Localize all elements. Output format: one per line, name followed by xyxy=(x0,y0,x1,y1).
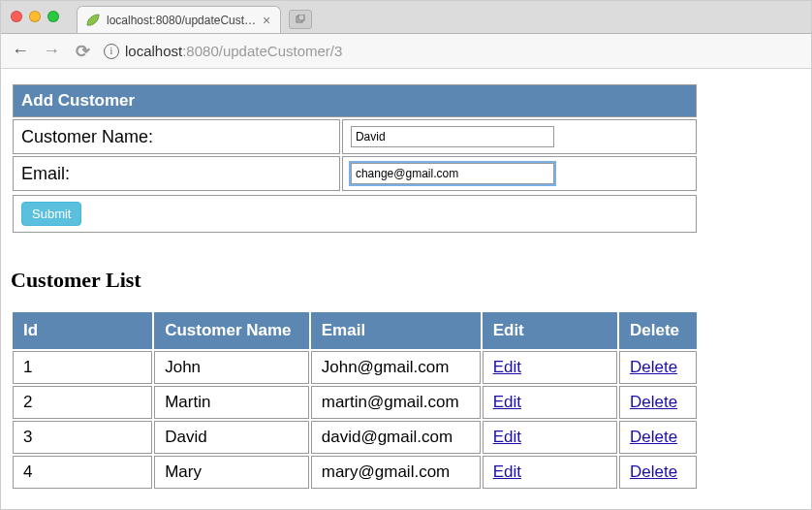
cell-edit: Edit xyxy=(483,456,617,489)
tab-strip: localhost:8080/updateCustom × xyxy=(1,1,811,34)
url-path: /updateCustomer/3 xyxy=(219,43,343,59)
form-header: Add Customer xyxy=(13,84,697,117)
name-label: Customer Name: xyxy=(13,119,340,154)
minimize-window-icon[interactable] xyxy=(29,11,41,22)
col-header-email: Email xyxy=(311,312,481,349)
delete-link[interactable]: Delete xyxy=(630,358,677,376)
browser-tab[interactable]: localhost:8080/updateCustom × xyxy=(77,6,281,33)
delete-link[interactable]: Delete xyxy=(630,393,677,411)
maximize-window-icon[interactable] xyxy=(47,11,59,22)
cell-id: 4 xyxy=(13,456,152,489)
browser-window: localhost:8080/updateCustom × ← → ⟳ i lo… xyxy=(0,0,812,510)
col-header-name: Customer Name xyxy=(154,312,309,349)
tab-close-icon[interactable]: × xyxy=(263,13,270,28)
delete-link[interactable]: Delete xyxy=(630,462,677,481)
toolbar: ← → ⟳ i localhost:8080/updateCustomer/3 xyxy=(1,34,811,69)
cell-name: Mary xyxy=(154,456,309,489)
delete-link[interactable]: Delete xyxy=(630,428,677,446)
email-label: Email: xyxy=(13,156,340,191)
add-customer-form: Add Customer Customer Name: Email: xyxy=(11,82,699,193)
url-text: localhost:8080/updateCustomer/3 xyxy=(125,43,342,59)
edit-link[interactable]: Edit xyxy=(493,428,521,446)
page-content: Add Customer Customer Name: Email: Submi… xyxy=(1,69,811,509)
cell-edit: Edit xyxy=(483,351,617,384)
cell-email: martin@gmail.com xyxy=(311,386,481,419)
table-row: 2Martinmartin@gmail.comEditDelete xyxy=(13,386,697,419)
cell-edit: Edit xyxy=(483,386,617,419)
edit-link[interactable]: Edit xyxy=(493,462,521,481)
submit-button[interactable]: Submit xyxy=(21,202,81,226)
cell-id: 3 xyxy=(13,421,152,454)
table-row: 1JohnJohn@gmail.comEditDelete xyxy=(13,351,697,384)
col-header-edit: Edit xyxy=(483,312,617,349)
customer-list-table: Id Customer Name Email Edit Delete 1John… xyxy=(11,310,699,491)
cell-id: 2 xyxy=(13,386,152,419)
back-button[interactable]: ← xyxy=(11,41,30,61)
customer-list-title: Customer List xyxy=(11,268,801,293)
cell-delete: Delete xyxy=(619,351,697,384)
customer-name-input[interactable] xyxy=(351,126,554,147)
site-info-icon[interactable]: i xyxy=(104,44,119,59)
col-header-id: Id xyxy=(13,312,152,349)
cell-id: 1 xyxy=(13,351,152,384)
email-input[interactable] xyxy=(351,163,554,184)
cell-edit: Edit xyxy=(483,421,617,454)
address-bar[interactable]: i localhost:8080/updateCustomer/3 xyxy=(104,43,801,59)
forward-button[interactable]: → xyxy=(42,41,61,61)
svg-rect-1 xyxy=(298,15,304,20)
url-port: :8080 xyxy=(182,43,219,59)
cell-name: Martin xyxy=(154,386,309,419)
cell-name: David xyxy=(154,421,309,454)
window-controls xyxy=(11,11,59,22)
table-row: 4Marymary@gmail.comEditDelete xyxy=(13,456,697,489)
new-tab-button[interactable] xyxy=(289,10,312,29)
edit-link[interactable]: Edit xyxy=(493,358,521,376)
url-host: localhost xyxy=(125,43,182,59)
table-row: 3Daviddavid@gmail.comEditDelete xyxy=(13,421,697,454)
edit-link[interactable]: Edit xyxy=(493,393,521,411)
favicon-leaf-icon xyxy=(85,13,101,28)
cell-delete: Delete xyxy=(619,386,697,419)
cell-email: david@gmail.com xyxy=(311,421,481,454)
cell-name: John xyxy=(154,351,309,384)
new-tab-icon xyxy=(296,15,305,24)
cell-delete: Delete xyxy=(619,421,697,454)
submit-row: Submit xyxy=(11,193,699,235)
cell-email: John@gmail.com xyxy=(311,351,481,384)
reload-button[interactable]: ⟳ xyxy=(73,41,92,62)
col-header-delete: Delete xyxy=(619,312,697,349)
cell-email: mary@gmail.com xyxy=(311,456,481,489)
cell-delete: Delete xyxy=(619,456,697,489)
close-window-icon[interactable] xyxy=(11,11,22,22)
tab-title: localhost:8080/updateCustom xyxy=(107,14,257,27)
